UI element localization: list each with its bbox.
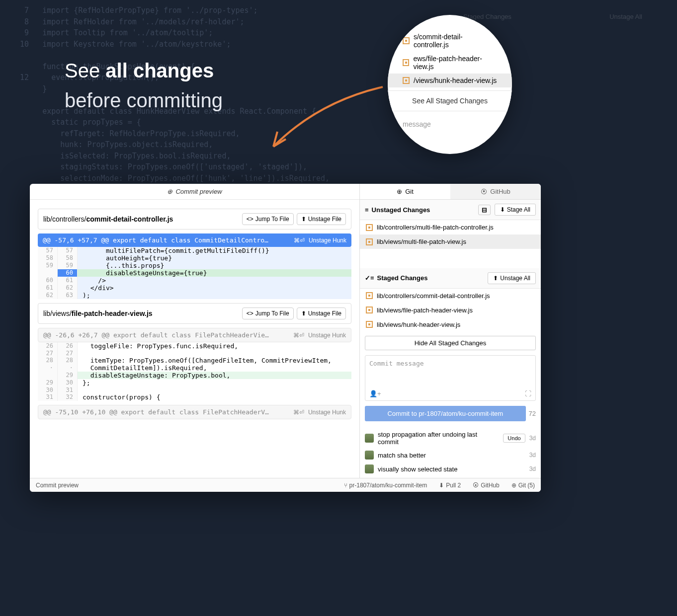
headline-line-2: before committing	[65, 89, 223, 112]
unstaged-file-row[interactable]: lib/views/multi-file-patch-view.js	[360, 234, 541, 249]
shortcut-key: ⌘⏎	[293, 332, 304, 339]
line-num-new: 62	[58, 284, 78, 292]
unstaged-file-row[interactable]: lib/controllers/multi-file-patch-control…	[360, 220, 541, 234]
avatar	[365, 464, 374, 473]
diff-line[interactable]: 2727	[38, 350, 351, 357]
diff-content: toggleFile: PropTypes.func.isRequired,	[78, 342, 351, 350]
coauthor-icon[interactable]: 👤+	[369, 390, 381, 397]
git-icon: ⊕	[511, 482, 516, 489]
line-num-old: 26	[38, 342, 58, 350]
diff-content: disableStageUnstage={true}	[78, 269, 351, 277]
unstage-all-button[interactable]: ⬆ Unstage All	[488, 272, 536, 284]
arrow-up-icon: ⬆	[493, 275, 498, 282]
status-left: Commit preview	[36, 482, 332, 489]
file-path: lib/controllers/commit-detail-controller…	[43, 215, 242, 223]
unstage-hunk-button[interactable]: ⌘⏎Unstage Hunk	[293, 332, 346, 339]
commit-message-input[interactable]: Commit message 👤+ ⛶	[365, 355, 536, 401]
shortcut-key: ⌘⏎	[293, 409, 304, 416]
diff-line[interactable]: 5858 autoHeight={true}	[38, 254, 351, 262]
status-git[interactable]: ⊕ Git (5)	[511, 482, 535, 489]
see-all-staged-button[interactable]: See All Staged Changes	[388, 90, 512, 111]
line-num-old: 61	[38, 284, 58, 292]
diff-content: />	[78, 277, 351, 284]
github-icon: ⦿	[473, 482, 479, 489]
status-github[interactable]: ⦿ GitHub	[473, 482, 499, 489]
mag-file-row[interactable]: ews/file-patch-header-view.js	[388, 52, 512, 74]
diff-line[interactable]: ·· CommitDetailItem]).isRequired,	[38, 364, 351, 372]
tab-git[interactable]: ⊕ Git	[360, 184, 450, 199]
diff-line[interactable]: 60 disableStageUnstage={true}	[38, 269, 351, 277]
app-window: ⊕ Commit preview lib/controllers/commit-…	[30, 184, 541, 492]
pull-icon: ⬇	[439, 482, 444, 489]
line-num-new: 31	[58, 386, 78, 393]
line-num-new: 59	[58, 262, 78, 269]
staged-section-header: ✓≡ Staged Changes ⬆ Unstage All	[360, 268, 541, 289]
file-path: lib/views/file-patch-header-view.js	[43, 309, 242, 317]
diff-line[interactable]: 2828 itemType: PropTypes.oneOf([ChangedF…	[38, 357, 351, 364]
commit-preview-pane: ⊕ Commit preview lib/controllers/commit-…	[30, 184, 359, 478]
diff-line[interactable]: 6061 />	[38, 277, 351, 284]
tab-github[interactable]: ⦿ GitHub	[450, 184, 541, 199]
unstage-hunk-button[interactable]: ⌘⏎Unstage Hunk	[294, 237, 346, 244]
line-num-new: ·	[58, 364, 78, 372]
jump-to-file-button[interactable]: <> Jump To File	[242, 213, 294, 225]
recent-commit-row[interactable]: match sha better3d	[365, 448, 536, 462]
branch-icon: ⑂	[344, 482, 347, 489]
recent-commit-row[interactable]: stop propagation after undoing last comm…	[365, 428, 536, 448]
modified-icon	[366, 224, 373, 231]
commit-placeholder-text: Commit message	[365, 356, 535, 371]
diff-content: itemType: PropTypes.oneOf([ChangedFileIt…	[78, 357, 351, 364]
line-num-old: 31	[38, 393, 58, 401]
unstage-file-button[interactable]: ⬆ Unstage File	[297, 213, 346, 225]
commit-time: 3d	[529, 435, 536, 442]
commit-time: 3d	[529, 465, 536, 472]
status-pull[interactable]: ⬇ Pull 2	[439, 482, 461, 489]
modified-icon	[366, 307, 373, 313]
hunk-header: @@ -57,6 +57,7 @@ export default class C…	[38, 233, 351, 247]
diff-line[interactable]: 6263);	[38, 292, 351, 299]
staged-file-row[interactable]: lib/controllers/commit-detail-controller…	[360, 289, 541, 303]
diff-content	[78, 386, 351, 393]
stage-all-button[interactable]: ⬇ Stage All	[495, 204, 536, 216]
diff-line[interactable]: 3132constructor(props) {	[38, 393, 351, 401]
diff-line[interactable]: 2930};	[38, 379, 351, 386]
diff-line[interactable]: 29 disableStageUnstage: PropTypes.bool,	[38, 372, 351, 379]
mag-file-row[interactable]: /views/hunk-header-view.js	[388, 74, 512, 87]
list-icon: ≡	[365, 206, 369, 214]
line-num-new: 32	[58, 393, 78, 401]
commit-button[interactable]: Commit to pr-1807/atom/ku-commit-item	[365, 406, 526, 421]
expand-icon[interactable]: ⛶	[525, 390, 531, 397]
diff-line[interactable]: 5959 {...this.props}	[38, 262, 351, 269]
staged-file-row[interactable]: lib/views/hunk-header-view.js	[360, 317, 541, 332]
hide-all-staged-button[interactable]: Hide All Staged Changes	[365, 336, 536, 350]
unstage-file-button[interactable]: ⬆ Unstage File	[297, 308, 346, 319]
jump-to-file-button[interactable]: <> Jump To File	[242, 308, 294, 319]
line-num-old: 57	[38, 247, 58, 254]
status-branch[interactable]: ⑂ pr-1807/atom/ku-commit-item	[344, 482, 427, 489]
faded-git-panel: Staged Changes Unstage All	[458, 10, 647, 23]
diff-line[interactable]: 3031	[38, 386, 351, 393]
line-num-old	[38, 269, 58, 277]
recent-commit-row[interactable]: visually show selected state3d	[365, 462, 536, 476]
line-num-old	[38, 372, 58, 379]
diff-line[interactable]: 5757 multiFilePatch={commit.getMultiFile…	[38, 247, 351, 254]
diff-line[interactable]: 2626 toggleFile: PropTypes.func.isRequir…	[38, 342, 351, 350]
commit-preview-title: ⊕ Commit preview	[30, 184, 359, 200]
hunk-header-text: @@ -57,6 +57,7 @@ export default class C…	[43, 236, 294, 244]
collapse-icon[interactable]: ⊟	[478, 205, 491, 215]
line-num-old: 62	[38, 292, 58, 299]
github-icon: ⦿	[481, 188, 487, 195]
avatar	[365, 434, 374, 443]
staged-file-row[interactable]: lib/views/file-patch-header-view.js	[360, 303, 541, 317]
modified-icon	[403, 37, 410, 44]
avatar	[365, 451, 374, 460]
diff-content: );	[78, 292, 351, 299]
line-num-old: 60	[38, 277, 58, 284]
undo-button[interactable]: Undo	[503, 434, 525, 443]
line-num-old: 28	[38, 357, 58, 364]
hunk-header: @@ -75,10 +76,10 @@ export default class…	[38, 405, 351, 419]
line-num-new: 58	[58, 254, 78, 262]
unstage-hunk-button[interactable]: ⌘⏎Unstage Hunk	[293, 409, 346, 416]
diff-line[interactable]: 6162 </div>	[38, 284, 351, 292]
diff-content: </div>	[78, 284, 351, 292]
